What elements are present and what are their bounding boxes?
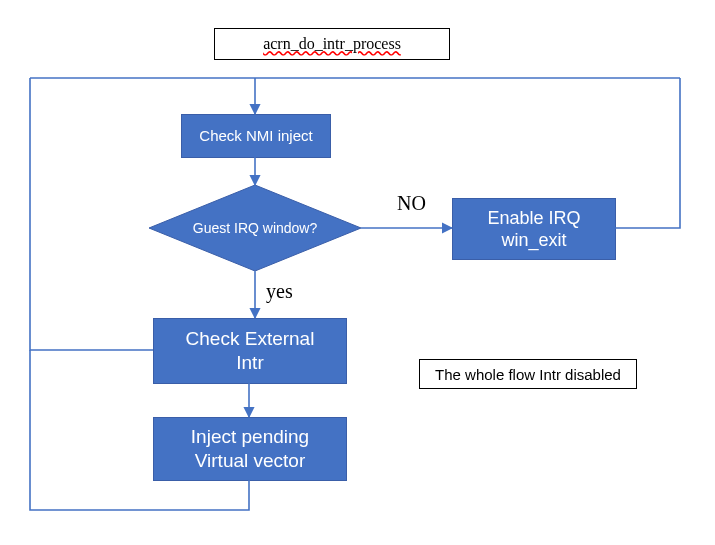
- edge-label-yes: yes: [266, 280, 293, 303]
- node-label: Check External Intr: [186, 327, 315, 375]
- note-text: The whole flow Intr disabled: [435, 366, 621, 383]
- svg-marker-0: [149, 185, 361, 271]
- note-box: The whole flow Intr disabled: [419, 359, 637, 389]
- edge-label-no: NO: [397, 192, 426, 215]
- title-text: acrn_do_intr_process: [263, 35, 401, 53]
- title-box: acrn_do_intr_process: [214, 28, 450, 60]
- node-enable-irq: Enable IRQ win_exit: [452, 198, 616, 260]
- node-label: Enable IRQ win_exit: [487, 207, 580, 252]
- flow-connectors: [0, 0, 715, 545]
- node-inject-pending: Inject pending Virtual vector: [153, 417, 347, 481]
- edge-label-yes-text: yes: [266, 280, 293, 302]
- node-check-nmi: Check NMI inject: [181, 114, 331, 158]
- node-label: Inject pending Virtual vector: [191, 425, 309, 473]
- edge-label-no-text: NO: [397, 192, 426, 214]
- node-guest-irq-decision: Guest IRQ window?: [149, 185, 361, 271]
- node-check-external: Check External Intr: [153, 318, 347, 384]
- node-label: Check NMI inject: [199, 127, 312, 146]
